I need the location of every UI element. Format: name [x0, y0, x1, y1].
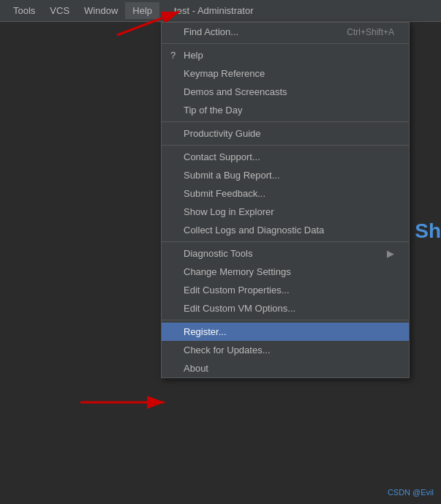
menu-diagnostic[interactable]: Diagnostic Tools ▶	[162, 244, 409, 263]
separator-4	[162, 241, 409, 242]
about-label: About	[184, 363, 208, 374]
vmoptions-label: Edit Custom VM Options...	[184, 303, 295, 314]
separator-2	[162, 121, 409, 122]
properties-label: Edit Custom Properties...	[184, 285, 290, 296]
productivity-label: Productivity Guide	[184, 128, 261, 139]
submenu-arrow-icon: ▶	[387, 248, 394, 259]
menu-memory[interactable]: Change Memory Settings	[162, 263, 409, 281]
find-action-shortcut: Ctrl+Shift+A	[317, 27, 394, 37]
menu-find-action[interactable]: Find Action... Ctrl+Shift+A	[162, 23, 409, 41]
menu-about[interactable]: About	[162, 359, 409, 377]
tip-label: Tip of the Day	[184, 105, 242, 116]
menu-demos[interactable]: Demos and Screencasts	[162, 83, 409, 101]
separator-3	[162, 145, 409, 146]
menu-showlog[interactable]: Show Log in Explorer	[162, 203, 409, 221]
menubar-help[interactable]: Help	[125, 2, 159, 19]
diagnostic-label: Diagnostic Tools	[184, 248, 252, 259]
menubar: Tools VCS Window Help test - Administrat…	[0, 0, 441, 22]
menubar-vcs[interactable]: VCS	[42, 2, 77, 19]
menu-bug[interactable]: Submit a Bug Report...	[162, 166, 409, 184]
showlog-label: Show Log in Explorer	[184, 206, 274, 217]
menubar-window[interactable]: Window	[77, 2, 125, 19]
menu-feedback[interactable]: Submit Feedback...	[162, 184, 409, 203]
menu-productivity[interactable]: Productivity Guide	[162, 124, 409, 143]
contact-label: Contact Support...	[184, 151, 260, 162]
bug-label: Submit a Bug Report...	[184, 170, 280, 181]
help-label: Help	[184, 50, 203, 61]
menu-properties[interactable]: Edit Custom Properties...	[162, 281, 409, 299]
separator-5	[162, 320, 409, 320]
menu-register[interactable]: Register...	[162, 323, 409, 341]
menu-updates[interactable]: Check for Updates...	[162, 341, 409, 359]
help-prefix: ?	[170, 50, 176, 61]
menu-contact[interactable]: Contact Support...	[162, 148, 409, 166]
help-dropdown-menu: Find Action... Ctrl+Shift+A ? Help Keyma…	[161, 22, 410, 378]
memory-label: Change Memory Settings	[184, 266, 291, 277]
window-title: test - Administrator	[174, 5, 253, 16]
demos-label: Demos and Screencasts	[184, 86, 287, 97]
register-label: Register...	[184, 326, 227, 337]
menu-collect[interactable]: Collect Logs and Diagnostic Data	[162, 221, 409, 239]
menu-tip[interactable]: Tip of the Day	[162, 101, 409, 119]
feedback-label: Submit Feedback...	[184, 188, 265, 199]
collect-label: Collect Logs and Diagnostic Data	[184, 225, 324, 236]
menu-vmoptions[interactable]: Edit Custom VM Options...	[162, 299, 409, 317]
updates-label: Check for Updates...	[184, 345, 271, 356]
keymap-label: Keymap Reference	[184, 68, 265, 79]
menubar-tools[interactable]: Tools	[6, 2, 42, 19]
find-action-label: Find Action...	[184, 26, 238, 37]
annotation-arrow-bottom	[73, 388, 176, 419]
background-text: Sh	[415, 219, 441, 243]
menu-help[interactable]: ? Help	[162, 46, 409, 64]
menu-keymap[interactable]: Keymap Reference	[162, 64, 409, 83]
separator-1	[162, 43, 409, 44]
watermark: CSDN @Evil	[388, 488, 434, 497]
